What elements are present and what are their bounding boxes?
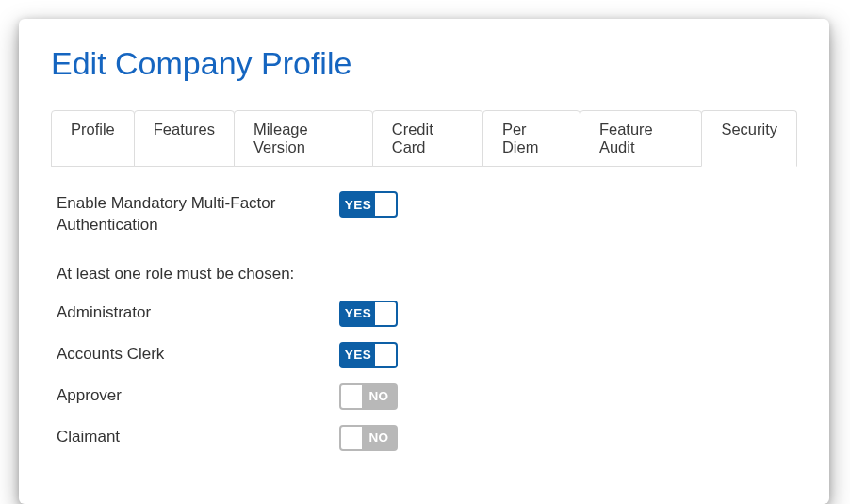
toggle-knob: [341, 385, 362, 408]
toggle-knob: [341, 427, 362, 449]
toggle-knob: [375, 302, 396, 325]
role-toggle-accounts-clerk[interactable]: YES: [339, 342, 398, 368]
toggle-knob: [375, 344, 396, 366]
toggle-text: YES: [341, 348, 375, 362]
role-toggle-approver[interactable]: NO: [339, 383, 398, 410]
role-row-approver: Approver NO: [57, 383, 797, 410]
mfa-row: Enable Mandatory Multi-Factor Authentica…: [57, 191, 797, 236]
toggle-knob: [375, 193, 396, 216]
toggle-text: NO: [362, 431, 396, 445]
role-row-accounts-clerk: Accounts Clerk YES: [57, 342, 797, 368]
tab-feature-audit[interactable]: Feature Audit: [580, 110, 703, 167]
toggle-text: YES: [341, 306, 375, 320]
mfa-label: Enable Mandatory Multi-Factor Authentica…: [57, 191, 339, 236]
role-label: Administrator: [57, 301, 339, 324]
role-label: Approver: [57, 383, 339, 407]
tab-mileage-version[interactable]: Mileage Version: [234, 110, 373, 167]
mfa-toggle[interactable]: YES: [339, 191, 398, 218]
toggle-text: NO: [362, 389, 396, 403]
tab-security[interactable]: Security: [701, 110, 797, 167]
role-row-claimant: Claimant NO: [57, 425, 797, 451]
tab-per-diem[interactable]: Per Diem: [482, 110, 580, 167]
role-row-administrator: Administrator YES: [57, 301, 797, 327]
page-title: Edit Company Profile: [51, 45, 797, 82]
tab-features[interactable]: Features: [134, 110, 235, 167]
role-toggle-claimant[interactable]: NO: [339, 425, 398, 451]
tab-credit-card[interactable]: Credit Card: [372, 110, 483, 167]
role-toggle-administrator[interactable]: YES: [339, 301, 398, 327]
roles-note: At least one role must be chosen:: [57, 265, 797, 284]
tab-bar: Profile Features Mileage Version Credit …: [51, 110, 797, 167]
security-form: Enable Mandatory Multi-Factor Authentica…: [51, 191, 797, 451]
role-label: Claimant: [57, 425, 339, 448]
company-profile-card: Edit Company Profile Profile Features Mi…: [19, 19, 829, 504]
toggle-text: YES: [341, 198, 375, 212]
role-label: Accounts Clerk: [57, 342, 339, 366]
tab-profile[interactable]: Profile: [51, 110, 135, 167]
